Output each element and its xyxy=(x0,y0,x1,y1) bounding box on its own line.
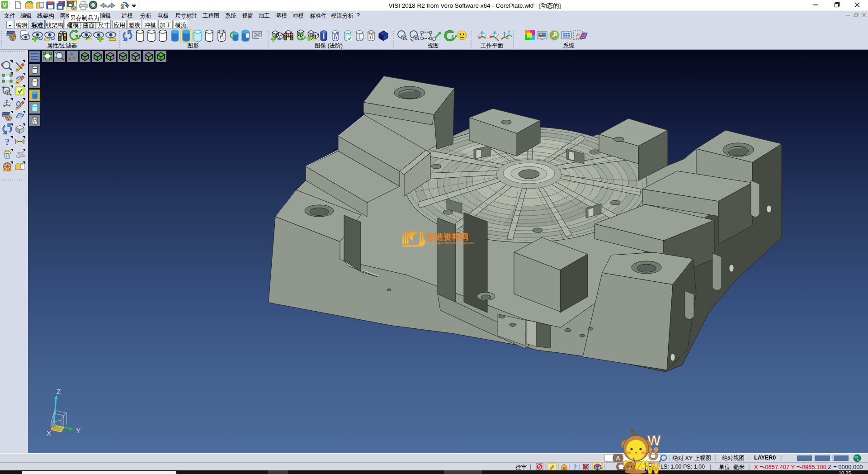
svg-text:图像 (进阶): 图像 (进阶) xyxy=(315,43,343,49)
svg-text:智造资料网: 智造资料网 xyxy=(426,232,469,242)
svg-text:V: V xyxy=(3,2,7,9)
svg-text:系统: 系统 xyxy=(563,43,575,49)
svg-text:?: ? xyxy=(5,136,10,147)
svg-text:图形: 图形 xyxy=(188,43,199,49)
svg-text:Y: Y xyxy=(76,427,80,434)
svg-text:?: ? xyxy=(573,463,577,471)
svg-text:Z: Z xyxy=(57,388,61,395)
svg-text:视图: 视图 xyxy=(428,43,439,49)
svg-text:INTELLIGENT MANUFACTURING DATA: INTELLIGENT MANUFACTURING DATA xyxy=(428,242,474,244)
svg-text:属性/过滤器: 属性/过滤器 xyxy=(47,43,77,49)
svg-text:X: X xyxy=(47,429,51,437)
svg-text:工作平面: 工作平面 xyxy=(481,43,503,49)
